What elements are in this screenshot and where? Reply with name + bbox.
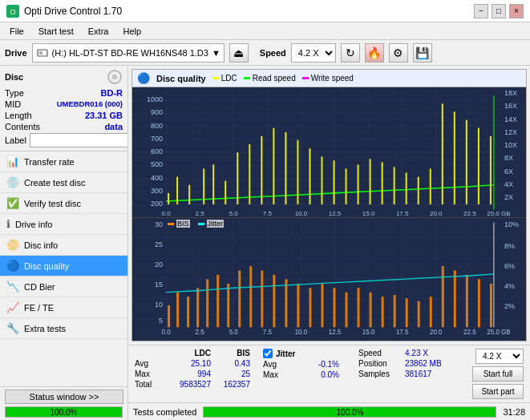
refresh-button[interactable]: ↻ — [341, 43, 360, 63]
lower-chart: BIS Jitter — [132, 217, 526, 341]
svg-rect-66 — [285, 132, 286, 204]
bottom-statusbar: Tests completed 100.0% 31:28 — [128, 402, 530, 420]
svg-text:30: 30 — [155, 220, 163, 228]
drive-icon — [36, 46, 49, 59]
start-part-button[interactable]: Start part — [472, 384, 524, 399]
disc-mid-row: MID UMEBDR016 (000) — [5, 99, 123, 109]
legend-ldc-color — [212, 77, 219, 79]
svg-rect-142 — [382, 297, 384, 327]
samples-row: Samples 381617 — [358, 370, 445, 378]
svg-text:400: 400 — [151, 174, 163, 182]
svg-text:16X: 16X — [504, 102, 517, 110]
svg-text:200: 200 — [151, 200, 163, 208]
disc-contents-row: Contents data — [5, 122, 123, 131]
sidebar-item-cd-bier[interactable]: 📉 CD Bier — [0, 277, 127, 297]
svg-text:8%: 8% — [504, 241, 516, 250]
svg-text:25: 25 — [155, 240, 163, 248]
svg-rect-72 — [358, 164, 359, 204]
eject-button[interactable]: ⏏ — [229, 43, 249, 63]
speed-select[interactable]: 4.2 X 2.0 X 8.0 X — [291, 43, 336, 63]
sidebar-item-create-test-disc-label: Create test disc — [24, 178, 85, 188]
svg-text:12.5: 12.5 — [329, 210, 342, 217]
sidebar-item-disc-quality[interactable]: 🔵 Disc quality — [0, 256, 127, 277]
svg-rect-125 — [187, 297, 189, 327]
svg-rect-150 — [478, 280, 480, 328]
svg-text:7.5: 7.5 — [263, 210, 273, 217]
svg-text:2X: 2X — [504, 193, 513, 201]
status-window-button[interactable]: Status window >> — [5, 390, 123, 404]
save-button[interactable]: 💾 — [413, 43, 432, 63]
stats-main: LDC BIS Avg 25.10 0.43 Max 994 25 Tota — [135, 349, 250, 389]
stats-total-bis: 162357 — [214, 380, 250, 389]
svg-point-6 — [110, 72, 119, 82]
close-button[interactable]: × — [509, 4, 524, 18]
stats-max-label: Max — [135, 370, 164, 378]
svg-text:20.0: 20.0 — [430, 328, 443, 336]
menu-file[interactable]: File — [3, 25, 30, 38]
svg-text:4%: 4% — [504, 281, 516, 290]
fe-te-icon: 📈 — [6, 301, 19, 313]
svg-rect-74 — [382, 162, 383, 204]
disc-quality-icon: 🔵 — [6, 260, 19, 272]
legend-bis: BIS — [168, 220, 190, 228]
disc-type-label: Type — [5, 88, 24, 98]
svg-text:2%: 2% — [504, 301, 516, 310]
jitter-avg-value: -0.1% — [295, 360, 339, 369]
drive-selector[interactable]: (H:) HL-DT-ST BD-RE WH16NS48 1.D3 ▼ — [32, 43, 225, 63]
position-label: Position — [358, 359, 400, 368]
burn-button[interactable]: 🔥 — [365, 43, 384, 63]
speed-dropdown[interactable]: 4.2 X 2.0 X 8.0 X — [475, 349, 524, 364]
jitter-max-value: 0.0% — [295, 370, 339, 379]
svg-rect-78 — [430, 168, 431, 204]
menu-start-test[interactable]: Start test — [32, 25, 80, 38]
disc-mid-label: MID — [5, 99, 21, 109]
svg-text:20: 20 — [155, 260, 163, 269]
svg-text:700: 700 — [151, 135, 163, 143]
minimize-button[interactable]: − — [474, 4, 488, 18]
svg-text:4X: 4X — [504, 180, 513, 188]
app-title: Opti Drive Control 1.70 — [24, 6, 122, 17]
disc-mid-value: UMEBDR016 (000) — [57, 99, 123, 109]
svg-rect-131 — [249, 266, 252, 327]
legend-write-speed-label: Write speed — [311, 74, 354, 83]
stats-total-row: Total 9583527 162357 — [135, 380, 250, 389]
sidebar-item-extra-tests[interactable]: 🔧 Extra tests — [0, 318, 127, 339]
legend-jitter-label: Jitter — [207, 220, 225, 228]
legend-ldc-label: LDC — [221, 74, 237, 83]
stats-max-bis: 25 — [214, 370, 250, 378]
svg-text:600: 600 — [151, 147, 163, 155]
app-icon: O — [6, 5, 19, 18]
sidebar-item-verify-test-disc[interactable]: ✅ Verify test disc — [0, 193, 127, 214]
svg-text:7.5: 7.5 — [263, 328, 272, 336]
charts-wrapper: 1000 900 800 700 600 500 400 300 200 — [132, 87, 526, 341]
maximize-button[interactable]: □ — [492, 4, 506, 18]
svg-rect-60 — [212, 164, 214, 204]
speed-row: Speed 4.23 X — [358, 349, 445, 357]
sidebar-item-create-test-disc[interactable]: 💿 Create test disc — [0, 172, 127, 193]
disc-type-row: Type BD-R — [5, 88, 123, 98]
svg-rect-76 — [406, 173, 407, 205]
svg-rect-82 — [478, 128, 479, 204]
sidebar-item-drive-info[interactable]: ℹ Drive info — [0, 214, 127, 235]
menu-help[interactable]: Help — [116, 25, 148, 38]
sidebar-item-transfer-rate[interactable]: 📊 Transfer rate — [0, 151, 127, 172]
start-full-button[interactable]: Start full — [472, 366, 524, 382]
start-section: 4.2 X 2.0 X 8.0 X Start full Start part — [472, 349, 524, 399]
samples-label: Samples — [358, 370, 400, 378]
svg-rect-140 — [358, 289, 360, 328]
svg-rect-71 — [346, 168, 347, 204]
bottom-progress-text: 100.0% — [337, 407, 364, 416]
sidebar-item-disc-info[interactable]: 📀 Disc info — [0, 235, 127, 256]
svg-text:O: O — [10, 8, 15, 16]
svg-text:17.5: 17.5 — [396, 210, 409, 217]
menu-extra[interactable]: Extra — [82, 25, 115, 38]
svg-rect-139 — [346, 293, 348, 328]
settings-button[interactable]: ⚙ — [389, 43, 408, 63]
disc-panel: Disc Type BD-R MID UMEBDR016 (000) — [0, 66, 127, 151]
svg-text:12.5: 12.5 — [329, 328, 342, 336]
svg-text:6X: 6X — [504, 167, 513, 175]
jitter-checkbox[interactable] — [263, 349, 273, 358]
disc-label-input[interactable] — [30, 133, 128, 147]
sidebar-item-fe-te[interactable]: 📈 FE / TE — [0, 297, 127, 318]
svg-text:18X: 18X — [504, 89, 517, 97]
